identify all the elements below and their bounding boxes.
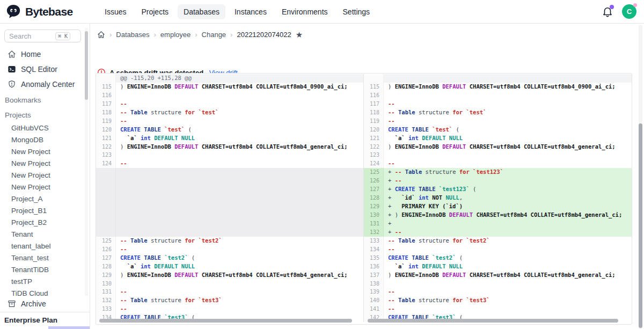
code-line [116, 280, 363, 288]
line-number [96, 194, 116, 202]
breadcrumb-item[interactable]: employee [160, 31, 191, 39]
search-box[interactable]: ⌘ K [4, 30, 81, 42]
project-item[interactable]: Tenant [0, 228, 90, 240]
diff-line-right: 121 `a` int DEFAULT NULL [364, 134, 632, 143]
breadcrumb-item[interactable]: Change [202, 31, 226, 39]
project-item[interactable]: testTP [0, 275, 90, 287]
code-line [116, 91, 363, 100]
diff-line-right: 131+ [364, 220, 632, 228]
project-item[interactable]: New Project [0, 169, 90, 181]
sidebar-scrollbar-thumb[interactable] [85, 31, 88, 100]
code-line: + ) ENGINE=InnoDB DEFAULT CHARSET=utf8mb… [384, 211, 632, 220]
left-pane-h-scrollbar[interactable] [99, 319, 352, 323]
code-line: CREATE TABLE `test` ( [116, 126, 363, 134]
sidebar-item-sql-editor[interactable]: SQL Editor [0, 62, 90, 77]
project-item[interactable]: Project_A [0, 193, 90, 204]
line-number: 117 [364, 100, 384, 108]
diff-row: 129) ENGINE=InnoDB DEFAULT CHARSET=utf8m… [96, 271, 632, 280]
code-line: -- [384, 100, 632, 108]
project-item[interactable]: Project_B2 [0, 216, 90, 228]
diff-line-left: 133-- [96, 305, 364, 313]
diff-line-right: 129+ PRIMARY KEY (`id`) [364, 202, 632, 211]
line-number: 127 [96, 254, 116, 262]
notifications-button[interactable] [602, 6, 613, 18]
line-number: 130 [364, 211, 384, 220]
code-line: -- [116, 305, 363, 313]
line-number [96, 220, 116, 228]
diff-row: 115) ENGINE=InnoDB DEFAULT CHARSET=utf8m… [96, 83, 632, 91]
project-item[interactable]: Tenant_test [0, 252, 90, 264]
section-label-projects: Projects [0, 108, 90, 122]
diff-row: 119--119-- [96, 117, 632, 126]
diff-line-left: 116 [96, 91, 364, 100]
line-number: 127 [364, 185, 384, 194]
line-number [96, 177, 116, 185]
project-item[interactable]: TenantTiDB [0, 264, 90, 275]
code-line [116, 151, 363, 159]
nav-item-databases[interactable]: Databases [178, 4, 225, 19]
diff-line-right: 126+ -- [364, 177, 632, 185]
diff-line-left [96, 194, 364, 202]
code-line: ) ENGINE=InnoDB DEFAULT CHARSET=utf8mb4 … [116, 271, 363, 280]
diff-line-right: 118-- Table structure for `test` [364, 108, 632, 117]
right-pane-h-scrollbar[interactable] [368, 319, 618, 323]
line-number: 133 [96, 305, 116, 313]
diff-line-right: 120CREATE TABLE `test` ( [364, 126, 632, 134]
code-line [116, 202, 363, 211]
project-item[interactable]: Project_B1 [0, 204, 90, 216]
project-item[interactable]: New Project [0, 157, 90, 169]
line-number: 130 [96, 280, 116, 288]
code-line [116, 220, 363, 228]
code-line: -- [116, 159, 363, 168]
code-line: CREATE TABLE `test2` ( [384, 254, 632, 262]
line-number [96, 202, 116, 211]
line-number: 140 [364, 296, 384, 305]
line-number [364, 74, 384, 83]
breadcrumb-home-icon[interactable] [97, 31, 105, 39]
diff-line-left: 132-- Table structure for `test3` [96, 296, 364, 305]
line-number: 129 [96, 271, 116, 280]
line-number: 116 [364, 91, 384, 100]
nav-item-environments[interactable]: Environments [276, 4, 334, 19]
diff-line-right: 119-- [364, 117, 632, 126]
sidebar-item-home[interactable]: Home [0, 47, 90, 62]
diff-line-left: 123 [96, 151, 364, 159]
search-input[interactable] [9, 32, 55, 40]
sidebar-item-archive[interactable]: Archive [0, 296, 90, 312]
code-line: -- [116, 245, 363, 254]
brand-logo[interactable]: Bytebase [5, 4, 90, 20]
archive-icon [8, 299, 16, 308]
breadcrumb-item[interactable]: Databases [116, 31, 149, 39]
line-number: 121 [96, 134, 116, 143]
line-number: 131 [96, 288, 116, 296]
code-line: -- Table structure for `test` [384, 108, 632, 117]
nav-item-issues[interactable]: Issues [99, 4, 132, 19]
diff-line-left: 129) ENGINE=InnoDB DEFAULT CHARSET=utf8m… [96, 271, 364, 280]
nav-item-projects[interactable]: Projects [135, 4, 174, 19]
sidebar-scrollbar [85, 28, 88, 302]
line-number: 118 [96, 108, 116, 117]
project-item[interactable]: New Project [0, 181, 90, 193]
line-number: 121 [364, 134, 384, 143]
code-line: -- Table structure for `test3` [384, 296, 632, 305]
project-item[interactable]: GitHubVCS [0, 122, 90, 134]
user-avatar[interactable]: C [622, 4, 636, 19]
nav-item-settings[interactable]: Settings [337, 4, 376, 19]
code-line [116, 194, 363, 202]
line-number: 123 [364, 151, 384, 159]
project-item[interactable]: MongoDB [0, 134, 90, 145]
star-icon[interactable]: ★ [296, 31, 303, 39]
line-number: 116 [96, 91, 116, 100]
diff-line-right: 139-- [364, 288, 632, 296]
line-number: 134 [364, 245, 384, 254]
diff-row: 131+ [96, 220, 632, 228]
project-item[interactable]: New Project [0, 145, 90, 157]
sidebar-item-anomaly-center[interactable]: Anomaly Center [0, 77, 90, 92]
project-item[interactable]: tenant_label [0, 240, 90, 252]
diff-row: 125-- Table structure for `test2`133-- T… [96, 237, 632, 245]
breadcrumb-item[interactable]: 20221202074022 [237, 31, 291, 39]
diff-row: 116116 [96, 91, 632, 100]
page-scrollbar-thumb[interactable] [639, 123, 642, 328]
code-line: + CREATE TABLE `test123` ( [384, 185, 632, 194]
nav-item-instances[interactable]: Instances [229, 4, 273, 19]
